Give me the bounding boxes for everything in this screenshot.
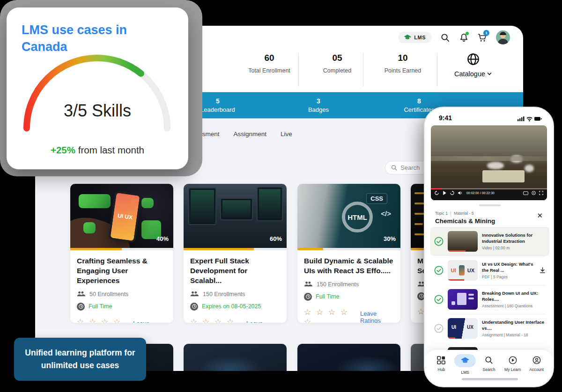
course-title: Build Dynamic & Scalable UIs with React …: [304, 256, 394, 276]
topic-number: Topic 1: [435, 211, 448, 216]
play-circle-icon: [509, 356, 517, 364]
course-image: UI UX 40%: [70, 184, 173, 248]
lesson-row[interactable]: Breaking Down UI and UX: Roles.... Asses…: [430, 285, 549, 314]
lesson-thumbnail: [448, 231, 478, 252]
stat-label: Completed: [304, 67, 370, 74]
course-progress-track: [297, 248, 400, 250]
nav-item-search[interactable]: Search: [478, 356, 500, 387]
enrollments-label: 150 Enrollments: [317, 281, 359, 288]
stat-label: Points Earned: [370, 67, 436, 74]
topic-material-count: Material - 5: [454, 211, 474, 216]
globe-icon: [467, 53, 480, 65]
course-expiry-label: Expires on 08-05-2025: [202, 303, 261, 310]
nav-item-lms[interactable]: LMS: [454, 356, 476, 387]
video-player[interactable]: 00:02:00 / 00:22:30: [431, 125, 547, 200]
divider: [451, 211, 451, 216]
lms-app-pill[interactable]: LMS: [398, 32, 431, 43]
video-quality-icon[interactable]: [523, 191, 528, 195]
stat-value: 05: [304, 53, 370, 63]
close-icon[interactable]: ✕: [537, 211, 543, 220]
course-progress-fill: [184, 248, 254, 250]
lesson-title: UI vs UX Design: What's the Real ...: [482, 261, 535, 274]
download-icon[interactable]: [540, 267, 546, 274]
nav-item-account[interactable]: Account: [525, 356, 548, 387]
lesson-title: Innovative Solutions for Industrial Extr…: [482, 232, 546, 245]
avatar-shoulders: [498, 39, 508, 44]
tab-live[interactable]: Live: [281, 131, 292, 138]
search-placeholder: Search: [400, 164, 420, 171]
video-progress-track[interactable]: [431, 188, 547, 189]
bluebar-label: Badges: [308, 106, 329, 113]
lesson-meta: Assessment | 180 Questions: [482, 304, 546, 308]
leave-ratings-link[interactable]: Leave Ratings: [133, 320, 167, 323]
bluebar-badges[interactable]: 3 Badges: [279, 92, 358, 118]
clock-icon: [77, 303, 85, 311]
course-card[interactable]: 60% Expert Full Stack Development for Sc…: [184, 184, 287, 323]
course-progress-track: [70, 248, 173, 250]
divider: [437, 53, 437, 87]
course-card[interactable]: UI UX 40% Crafting Seamless & Engaging U…: [70, 184, 173, 323]
video-cast-icon[interactable]: [532, 191, 536, 195]
course-image: HTML CSS </> 30%: [297, 184, 400, 248]
course-progress-track: [184, 248, 287, 250]
course-time-label: Full Time: [89, 303, 112, 310]
tagline-banner: Unified learning platform for unlimited …: [14, 338, 146, 381]
css-overlay-label: CSS: [366, 193, 387, 204]
status-bar-icons: [518, 115, 542, 123]
course-card-partial[interactable]: [297, 344, 400, 371]
nav-label: Account: [529, 367, 544, 372]
nav-item-hub[interactable]: Hub: [430, 356, 452, 387]
catalogue-menu[interactable]: Catalogue: [447, 53, 499, 78]
notifications-bell-icon[interactable]: [458, 32, 469, 43]
gauge-value-label: 3/5 Skills: [7, 101, 188, 121]
rating-stars[interactable]: ☆ ☆ ☆ ☆ ☆: [190, 317, 240, 323]
nav-label: My Learn: [504, 367, 521, 372]
uiux-phone-graphic: UI UX: [108, 190, 142, 243]
rating-stars[interactable]: ☆ ☆ ☆ ☆ ☆: [304, 307, 354, 323]
stat-value: 10: [370, 53, 436, 63]
gauge-card-backdrop: LMS use cases in Canada 3/5 Skills: [0, 0, 202, 176]
search-icon[interactable]: [440, 32, 450, 43]
play-icon[interactable]: [443, 191, 446, 195]
lesson-row[interactable]: UIUX Understanding User Interface vs....…: [430, 314, 549, 343]
course-image: 60%: [184, 184, 287, 248]
volume-icon[interactable]: [458, 191, 463, 195]
video-controls: 00:02:00 / 00:22:30: [431, 188, 547, 200]
stat-completed: 05 Completed: [304, 53, 370, 74]
leave-ratings-link[interactable]: Leave Ratings: [360, 310, 394, 323]
chevron-down-icon: [487, 72, 492, 76]
hub-grid-icon: [437, 356, 445, 364]
wifi-icon: [527, 117, 532, 122]
enrollments-label: 150 Enrollments: [203, 291, 245, 298]
leave-ratings-link[interactable]: Leave Ratings: [246, 320, 280, 323]
stat-points-earned: 10 Points Earned: [370, 53, 436, 74]
topic-title: Chemicals & Mining: [435, 218, 495, 225]
nav-item-my-learn[interactable]: My Learn: [502, 356, 524, 387]
home-indicator[interactable]: [462, 378, 518, 380]
cart-icon[interactable]: 1: [477, 32, 488, 43]
search-icon: [391, 165, 397, 171]
marketing-composition: LMS 1 ce 60 Total Enrollment: [0, 0, 562, 392]
lesson-thumbnail: [448, 289, 478, 310]
incomplete-check-icon: [434, 324, 444, 333]
replay-icon[interactable]: [435, 191, 439, 195]
divider: [449, 285, 546, 285]
lesson-title: Understanding User Interface vs....: [482, 319, 546, 332]
notification-dot: [466, 32, 469, 35]
nav-label: LMS: [461, 370, 469, 375]
video-fullscreen-icon[interactable]: [539, 191, 543, 195]
user-avatar[interactable]: [496, 30, 510, 44]
course-card-partial[interactable]: [184, 344, 287, 371]
course-card[interactable]: HTML CSS </> 30% Build Dynamic & Scalabl…: [297, 184, 400, 323]
bluebar-value: 3: [317, 97, 320, 105]
forward-icon[interactable]: [450, 191, 454, 195]
bluebar-label: Leaderboard: [200, 106, 235, 113]
signal-icon: [518, 116, 525, 121]
lesson-row[interactable]: Innovative Solutions for Industrial Extr…: [430, 227, 549, 256]
divider: [298, 53, 299, 87]
lesson-row[interactable]: UIUX UI vs UX Design: What's the Real ..…: [430, 256, 549, 285]
rating-stars[interactable]: ☆ ☆ ☆ ☆ ☆: [77, 317, 126, 323]
sheet-drag-handle[interactable]: [479, 204, 501, 206]
html-overlay-label: HTML: [348, 213, 367, 221]
tab-assignment[interactable]: Assignment: [234, 131, 267, 138]
